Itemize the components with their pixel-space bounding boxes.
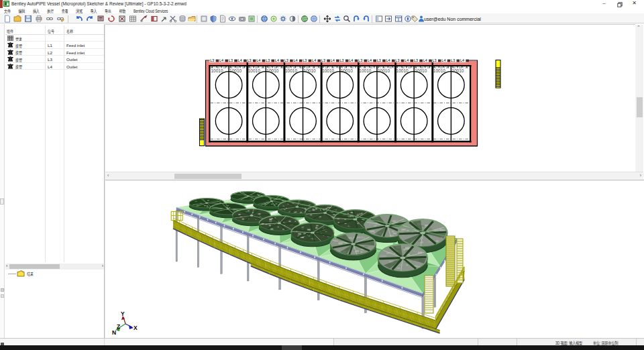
svg-text:L3: L3 [414, 58, 418, 62]
svg-text:L3: L3 [377, 58, 381, 62]
svg-text:10010: 10010 [378, 68, 390, 73]
svg-text:10010: 10010 [415, 68, 427, 73]
svg-text:10010: 10010 [322, 68, 334, 73]
svg-text:10010: 10010 [285, 68, 297, 73]
svg-text:L4: L4 [275, 58, 279, 62]
svg-text:X: X [133, 325, 138, 331]
svg-text:10010: 10010 [248, 68, 260, 73]
svg-text:L4: L4 [256, 58, 260, 62]
svg-text:L4: L4 [405, 58, 409, 62]
svg-text:10010: 10010 [211, 68, 223, 73]
svg-text:L4: L4 [238, 58, 242, 62]
svg-text:L4: L4 [368, 58, 372, 62]
svg-text:L3: L3 [303, 58, 307, 62]
svg-text:L3: L3 [358, 58, 362, 62]
svg-text:L4: L4 [349, 58, 353, 62]
svg-text:L3: L3 [395, 58, 399, 62]
svg-text:L3: L3 [432, 58, 436, 62]
svg-text:N: N [112, 329, 116, 336]
svg-text:Y: Y [121, 310, 125, 317]
svg-text:10010: 10010 [433, 68, 445, 73]
svg-text:L3: L3 [210, 58, 214, 62]
svg-text:L3: L3 [266, 58, 270, 62]
svg-text:L4: L4 [460, 58, 464, 62]
svg-text:L4: L4 [423, 58, 427, 62]
svg-text:L3: L3 [229, 58, 233, 62]
svg-text:10010: 10010 [359, 68, 371, 73]
svg-text:10010: 10010 [304, 68, 316, 73]
svg-text:Z: Z [117, 323, 120, 330]
svg-text:L4: L4 [331, 58, 335, 62]
svg-text:10010: 10010 [341, 68, 353, 73]
svg-text:10010: 10010 [396, 68, 409, 73]
svg-text:10010: 10010 [266, 68, 278, 73]
svg-text:10010: 10010 [451, 68, 464, 73]
svg-text:L4: L4 [386, 58, 390, 62]
svg-text:10010: 10010 [229, 68, 241, 73]
svg-text:L4: L4 [293, 58, 297, 62]
svg-text:L4: L4 [312, 58, 316, 62]
svg-text:L3: L3 [339, 58, 343, 62]
svg-text:L3: L3 [321, 58, 325, 62]
svg-text:L3: L3 [284, 58, 288, 62]
svg-text:L3: L3 [247, 58, 251, 62]
svg-text:L4: L4 [219, 58, 223, 62]
svg-text:L3: L3 [451, 58, 455, 62]
svg-text:L4: L4 [441, 58, 445, 62]
